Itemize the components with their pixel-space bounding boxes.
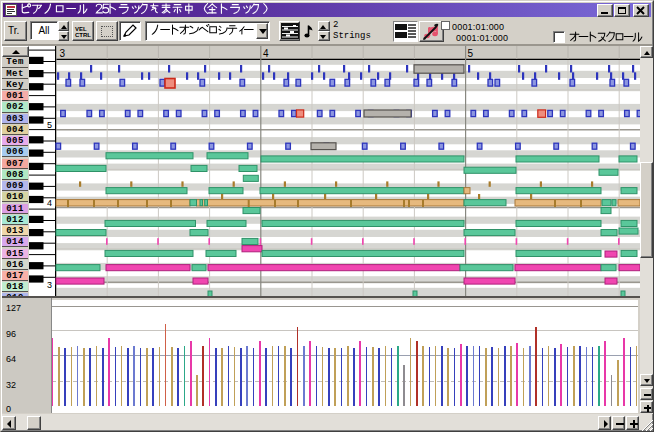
svg-text:5: 5: [468, 48, 474, 59]
svg-text:5: 5: [47, 120, 52, 130]
svg-text:4: 4: [47, 198, 52, 208]
svg-text:3: 3: [60, 48, 66, 59]
svg-text:3: 3: [47, 280, 52, 290]
svg-text:4: 4: [263, 48, 269, 59]
